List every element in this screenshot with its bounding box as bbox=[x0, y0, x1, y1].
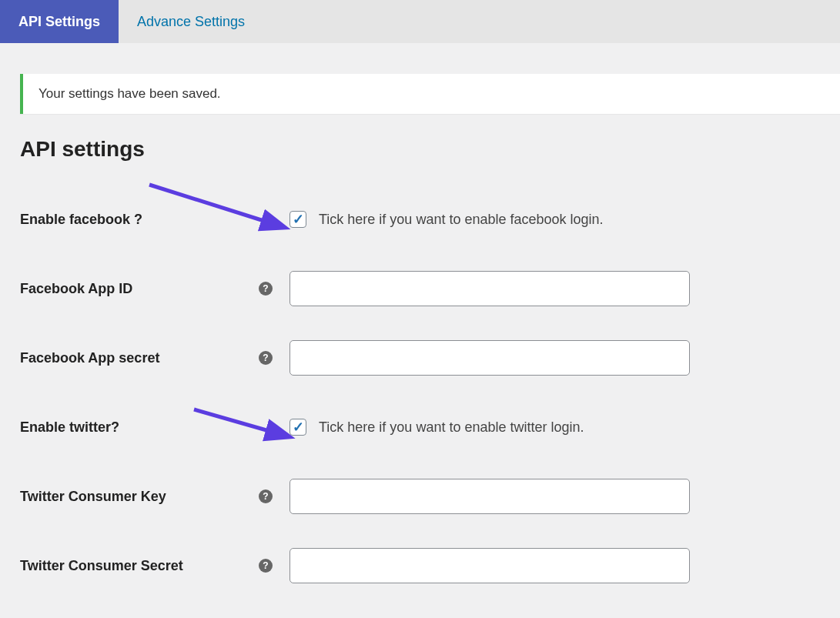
help-icon[interactable]: ? bbox=[259, 282, 273, 296]
input-twitter-consumer-key[interactable] bbox=[289, 479, 690, 514]
row-twitter-consumer-key: Twitter Consumer Key ? bbox=[20, 462, 840, 531]
settings-tabs: API Settings Advance Settings bbox=[0, 0, 840, 43]
label-facebook-app-secret: Facebook App secret bbox=[20, 350, 259, 366]
checkbox-enable-twitter[interactable] bbox=[289, 419, 306, 436]
tab-api-settings[interactable]: API Settings bbox=[0, 0, 119, 43]
input-facebook-app-id[interactable] bbox=[289, 271, 690, 306]
help-icon[interactable]: ? bbox=[259, 489, 273, 503]
label-enable-facebook: Enable facebook ? bbox=[20, 212, 259, 228]
row-facebook-app-id: Facebook App ID ? bbox=[20, 254, 840, 323]
label-twitter-consumer-secret: Twitter Consumer Secret bbox=[20, 558, 259, 574]
row-enable-twitter: Enable twitter? Tick here if you want to… bbox=[20, 393, 840, 462]
input-facebook-app-secret[interactable] bbox=[289, 340, 690, 376]
label-enable-twitter: Enable twitter? bbox=[20, 419, 259, 436]
row-twitter-consumer-secret: Twitter Consumer Secret ? bbox=[20, 531, 840, 600]
row-facebook-app-secret: Facebook App secret ? bbox=[20, 323, 840, 393]
row-enable-facebook: Enable facebook ? Tick here if you want … bbox=[20, 185, 840, 254]
help-icon[interactable]: ? bbox=[259, 351, 273, 365]
tab-advance-settings[interactable]: Advance Settings bbox=[119, 0, 263, 43]
checkbox-enable-facebook[interactable] bbox=[289, 211, 306, 228]
saved-notice: Your settings have been saved. bbox=[20, 74, 840, 114]
label-twitter-consumer-key: Twitter Consumer Key bbox=[20, 489, 259, 505]
page-title: API settings bbox=[20, 137, 840, 162]
desc-enable-twitter: Tick here if you want to enable twitter … bbox=[319, 419, 584, 436]
desc-enable-facebook: Tick here if you want to enable facebook… bbox=[319, 212, 604, 228]
input-twitter-consumer-secret[interactable] bbox=[289, 548, 690, 583]
help-icon[interactable]: ? bbox=[259, 559, 273, 573]
label-facebook-app-id: Facebook App ID bbox=[20, 281, 259, 297]
